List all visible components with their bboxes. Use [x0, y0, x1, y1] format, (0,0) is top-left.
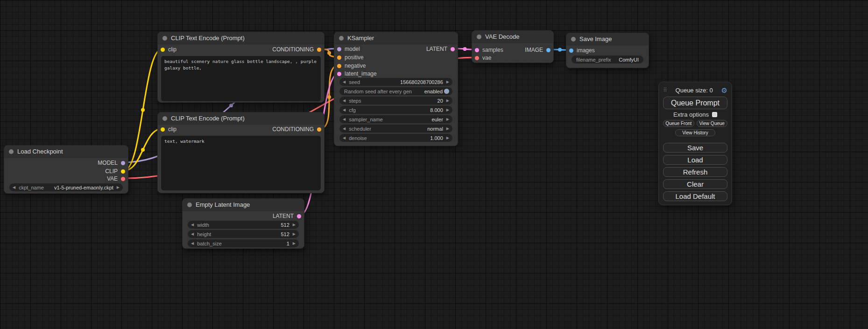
widget-ckpt-name[interactable]: ◀ ckpt_name v1-5-pruned-emaonly.ckpt ▶ — [9, 183, 123, 191]
node-ksampler-titlebar[interactable]: KSampler — [334, 32, 458, 44]
drag-handle-icon[interactable]: ⠿ — [663, 87, 667, 93]
decrement-arrow-icon[interactable]: ◀ — [343, 99, 346, 103]
decrement-arrow-icon[interactable]: ◀ — [191, 232, 194, 236]
settings-gear-icon[interactable]: ⚙ — [721, 87, 727, 94]
positive-prompt-textarea[interactable]: beautiful scenery nature glass bottle la… — [161, 56, 321, 101]
load-button[interactable]: Load — [663, 155, 727, 165]
node-clip-text-encode-negative[interactable]: CLIP Text Encode (Prompt) clip CONDITION… — [157, 112, 325, 193]
output-port-dot[interactable] — [121, 169, 125, 174]
output-slot-image[interactable]: IMAGE — [525, 46, 550, 54]
input-slot-model[interactable]: model — [337, 45, 360, 53]
comfy-menu-panel[interactable]: ⠿ Queue size: 0 ⚙ Queue Prompt Extra opt… — [658, 82, 732, 205]
collapse-dot[interactable] — [162, 36, 167, 41]
decrement-arrow-icon[interactable]: ◀ — [343, 127, 346, 131]
increment-arrow-icon[interactable]: ▶ — [446, 127, 449, 131]
extra-options-checkbox[interactable] — [712, 112, 717, 117]
collapse-dot[interactable] — [339, 36, 344, 41]
collapse-dot[interactable] — [162, 116, 167, 121]
queue-prompt-button[interactable]: Queue Prompt — [663, 97, 727, 109]
input-port-dot[interactable] — [161, 48, 165, 52]
widget-denoise[interactable]: ◀ denoise 1.000 ▶ — [339, 134, 452, 142]
view-history-button[interactable]: View History — [675, 129, 715, 136]
input-slot-positive[interactable]: positive — [337, 53, 364, 62]
node-save-image[interactable]: Save Image images filename_prefix ComfyU… — [566, 33, 649, 68]
node-load-checkpoint-titlebar[interactable]: Load Checkpoint — [4, 146, 128, 158]
load-default-button[interactable]: Load Default — [663, 191, 727, 201]
input-port-dot[interactable] — [337, 72, 341, 76]
node-clip-negative-titlebar[interactable]: CLIP Text Encode (Prompt) — [158, 112, 324, 125]
negative-prompt-textarea[interactable]: text, watermark — [161, 136, 321, 190]
decrement-arrow-icon[interactable]: ◀ — [343, 118, 346, 121]
output-port-dot[interactable] — [451, 47, 455, 51]
node-ksampler[interactable]: KSampler model positive negative latent_… — [334, 32, 458, 146]
input-slot-clip[interactable]: clip — [161, 125, 176, 133]
collapse-dot[interactable] — [477, 35, 481, 39]
output-slot-vae[interactable]: VAE — [107, 175, 125, 183]
increment-arrow-icon[interactable]: ▶ — [446, 136, 449, 140]
node-vae-decode-titlebar[interactable]: VAE Decode — [472, 31, 553, 43]
node-empty-latent-titlebar[interactable]: Empty Latent Image — [183, 199, 304, 211]
input-slot-latent-image[interactable]: latent_image — [337, 70, 377, 78]
widget-width[interactable]: ◀ width 512 ▶ — [188, 221, 299, 229]
input-port-dot[interactable] — [161, 127, 165, 132]
input-port-dot[interactable] — [475, 56, 479, 60]
input-slot-negative[interactable]: negative — [337, 62, 366, 70]
widget-scheduler[interactable]: ◀ scheduler normal ▶ — [339, 125, 452, 133]
input-port-dot[interactable] — [569, 49, 573, 53]
decrement-arrow-icon[interactable]: ◀ — [13, 186, 15, 189]
output-slot-latent[interactable]: LATENT — [273, 212, 301, 220]
view-queue-button[interactable]: View Queue — [697, 120, 728, 127]
widget-seed[interactable]: ◀ seed 156680208700286 ▶ — [339, 78, 452, 86]
output-slot-conditioning[interactable]: CONDITIONING — [272, 45, 321, 54]
decrement-arrow-icon[interactable]: ◀ — [191, 223, 194, 227]
decrement-arrow-icon[interactable]: ◀ — [343, 136, 346, 140]
input-port-dot[interactable] — [337, 47, 341, 51]
node-clip-text-encode-positive[interactable]: CLIP Text Encode (Prompt) clip CONDITION… — [157, 32, 325, 103]
output-slot-model[interactable]: MODEL — [98, 159, 125, 167]
widget-sampler-name[interactable]: ◀ sampler_name euler ▶ — [339, 115, 452, 123]
widget-batch-size[interactable]: ◀ batch_size 1 ▶ — [188, 239, 299, 247]
decrement-arrow-icon[interactable]: ◀ — [343, 108, 346, 112]
increment-arrow-icon[interactable]: ▶ — [446, 99, 449, 103]
increment-arrow-icon[interactable]: ▶ — [293, 232, 296, 236]
output-slot-latent[interactable]: LATENT — [426, 45, 455, 53]
refresh-button[interactable]: Refresh — [663, 167, 727, 177]
widget-random-seed-toggle[interactable]: Random seed after every gen enabled — [339, 87, 452, 95]
node-graph-canvas[interactable]: Load Checkpoint MODEL CLIP VAE ◀ ckpt_na… — [0, 0, 868, 329]
collapse-dot[interactable] — [9, 149, 14, 154]
node-clip-positive-titlebar[interactable]: CLIP Text Encode (Prompt) — [158, 32, 324, 44]
input-slot-images[interactable]: images — [569, 46, 595, 55]
widget-steps[interactable]: ◀ steps 20 ▶ — [339, 97, 452, 105]
output-port-dot[interactable] — [317, 127, 321, 132]
increment-arrow-icon[interactable]: ▶ — [293, 223, 296, 227]
decrement-arrow-icon[interactable]: ◀ — [343, 80, 346, 84]
increment-arrow-icon[interactable]: ▶ — [293, 242, 296, 245]
input-port-dot[interactable] — [337, 56, 341, 60]
widget-height[interactable]: ◀ height 512 ▶ — [188, 230, 299, 238]
output-port-dot[interactable] — [121, 177, 125, 181]
collapse-dot[interactable] — [187, 203, 192, 207]
increment-arrow-icon[interactable]: ▶ — [446, 118, 449, 121]
input-port-dot[interactable] — [475, 48, 479, 52]
output-port-dot[interactable] — [317, 48, 321, 52]
input-slot-vae[interactable]: vae — [475, 54, 491, 62]
increment-arrow-icon[interactable]: ▶ — [446, 108, 449, 112]
save-button[interactable]: Save — [663, 143, 727, 153]
collapse-dot[interactable] — [571, 37, 576, 42]
widget-cfg[interactable]: ◀ cfg 8.000 ▶ — [339, 106, 452, 114]
input-slot-samples[interactable]: samples — [475, 46, 503, 54]
clear-button[interactable]: Clear — [663, 179, 727, 189]
queue-front-button[interactable]: Queue Front — [663, 120, 694, 127]
output-port-dot[interactable] — [121, 161, 125, 165]
node-load-checkpoint[interactable]: Load Checkpoint MODEL CLIP VAE ◀ ckpt_na… — [4, 145, 128, 194]
input-slot-clip[interactable]: clip — [161, 45, 176, 54]
node-save-image-titlebar[interactable]: Save Image — [566, 33, 649, 45]
input-port-dot[interactable] — [337, 64, 341, 68]
output-port-dot[interactable] — [297, 214, 301, 218]
decrement-arrow-icon[interactable]: ◀ — [191, 242, 194, 245]
increment-arrow-icon[interactable]: ▶ — [117, 186, 120, 189]
toggle-knob-icon[interactable] — [444, 89, 449, 94]
node-empty-latent-image[interactable]: Empty Latent Image LATENT ◀ width 512 ▶ … — [182, 198, 304, 249]
output-slot-conditioning[interactable]: CONDITIONING — [272, 125, 321, 133]
node-vae-decode[interactable]: VAE Decode samples vae IMAGE — [472, 30, 554, 63]
